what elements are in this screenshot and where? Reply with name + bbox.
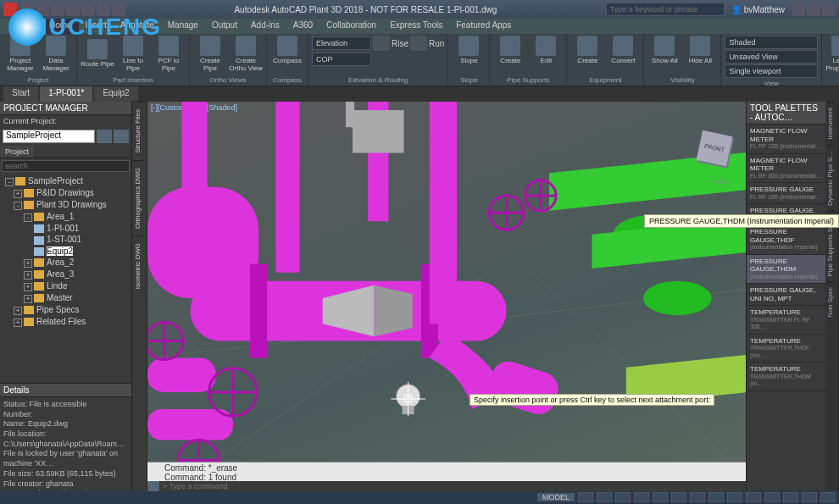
ribbon-tab-manage[interactable]: Manage [161, 19, 205, 34]
tree-related[interactable]: +Related Files [2, 316, 130, 328]
app-logo[interactable] [3, 3, 17, 16]
svg-point-5 [643, 281, 712, 315]
palette-tab-dynamic[interactable]: Dynamic Pipe S… [825, 145, 835, 211]
pcf-to-pipe-button[interactable]: PCF to Pipe [152, 36, 186, 73]
ribbon-tab-annotate[interactable]: Annotate [114, 19, 161, 34]
tree-pipespecs[interactable]: +Pipe Specs [2, 304, 130, 316]
tree-area2[interactable]: +Area_2 [2, 257, 130, 269]
create-pipe-button[interactable]: Create Pipe [193, 36, 227, 73]
tree-dwg3[interactable]: Equip2 [2, 246, 130, 257]
status-btn[interactable] [820, 492, 836, 502]
ribbon-tab-featured[interactable]: Featured Apps [449, 19, 518, 34]
status-btn[interactable] [708, 492, 724, 502]
show-all-button[interactable]: Show All [647, 36, 681, 65]
viewport: Structure Files Orthographics DWG Isomet… [132, 102, 746, 490]
status-btn[interactable] [746, 492, 761, 502]
ribbon-tab-a360[interactable]: A360 [286, 19, 319, 34]
status-btn[interactable] [615, 492, 631, 502]
palette-tab-nonspec[interactable]: Non Spec [825, 281, 835, 322]
pm-btn2[interactable] [114, 130, 129, 143]
viewport-dd[interactable]: Single viewport [725, 64, 818, 78]
viewcube[interactable]: FRONT [693, 127, 736, 169]
status-btn[interactable] [578, 492, 593, 502]
palette-item[interactable]: TEMPERATURETRANSMITTER FL RF 300… [747, 306, 825, 334]
vtab-iso[interactable]: Isometric DWG [132, 235, 143, 296]
status-btn[interactable] [634, 492, 649, 502]
status-btn[interactable] [653, 492, 668, 502]
ribbon-tab-addins[interactable]: Add-ins [244, 19, 286, 34]
tree-pid[interactable]: +P&ID Drawings [2, 187, 130, 199]
compass-button[interactable]: Compass [270, 36, 304, 65]
slope-button[interactable]: Slope [452, 36, 486, 65]
ribbon-tab-collab[interactable]: Collaboration [319, 19, 383, 34]
3d-canvas[interactable]: [-][Custom View][Shaded] [147, 102, 746, 490]
tree-linde[interactable]: +Linde [2, 280, 130, 292]
close-button[interactable] [822, 3, 836, 16]
vtab-ortho[interactable]: Orthographics DWG [132, 160, 143, 235]
palette-item[interactable]: PRESSURE GAUGE, UNI NO, MPT [747, 284, 825, 306]
project-manager-button[interactable]: Project Manager [3, 36, 37, 73]
equip-convert-button[interactable]: Convert [606, 36, 640, 65]
palette-item[interactable]: MAGNETIC FLOW METERFL RF 150 (Instrument… [747, 125, 825, 154]
status-btn[interactable] [783, 492, 798, 502]
palette-item-selected[interactable]: PRESSURE GAUGE,THDM(Instrumentation Impe… [747, 255, 825, 285]
tree-area1[interactable]: -Area_1 [2, 211, 130, 223]
tree-dwg1[interactable]: 1-PI-001 [2, 223, 130, 234]
ribbon-tab-insert[interactable]: Insert [79, 19, 114, 34]
create-ortho-button[interactable]: Create Ortho View [229, 36, 263, 73]
line-to-pipe-button[interactable]: Line to Pipe [116, 36, 150, 73]
ribbon-tab-output[interactable]: Output [205, 19, 244, 34]
ribbon: Project Manager Data Manager Project Rou… [0, 34, 839, 86]
tab-drawing1[interactable]: 1-PI-001* [40, 86, 92, 102]
palette-item[interactable]: PRESSURE GAUGE,THDF(Instrumentation Impe… [747, 225, 825, 255]
palette-tab-instrument[interactable]: Instrument [825, 102, 835, 145]
minimize-button[interactable] [792, 3, 805, 16]
piping-model [147, 102, 746, 478]
ribbon-tab-home[interactable]: Home [42, 19, 79, 34]
pm-search[interactable] [2, 160, 130, 172]
view-dd[interactable]: Unsaved View [725, 50, 818, 64]
svg-rect-10 [250, 264, 267, 358]
quick-access-toolbar[interactable] [20, 3, 125, 16]
status-btn[interactable] [671, 492, 686, 502]
run-button[interactable] [410, 36, 427, 51]
project-selector[interactable]: SampleProject [3, 130, 95, 143]
help-search[interactable] [606, 3, 725, 16]
palette-item[interactable]: TEMPERATURETRANSMITTER,THDF (Ins… [747, 335, 825, 363]
command-input[interactable] [159, 482, 746, 490]
ribbon-tab-express[interactable]: Express Tools [383, 19, 449, 34]
equip-create-button[interactable]: Create [570, 36, 604, 65]
pm-btn1[interactable] [97, 130, 112, 143]
status-model[interactable]: MODEL [537, 493, 575, 501]
tree-area3[interactable]: +Area_3 [2, 269, 130, 280]
status-btn[interactable] [802, 492, 817, 502]
tab-drawing2[interactable]: Equip2 [94, 86, 137, 102]
tab-start[interactable]: Start [3, 86, 38, 102]
status-btn[interactable] [597, 492, 612, 502]
status-btn[interactable] [764, 492, 780, 502]
layer-props-button[interactable]: Layer Properties [825, 36, 839, 73]
rise-button[interactable] [373, 36, 390, 51]
data-manager-button[interactable]: Data Manager [39, 36, 73, 73]
svg-rect-18 [353, 110, 404, 152]
status-btn[interactable] [690, 492, 705, 502]
tree-dwg2[interactable]: 1-ST-001 [2, 234, 130, 245]
support-create-button[interactable]: Create [493, 36, 527, 65]
palette-item[interactable]: MAGNETIC FLOW METERFL RF 300 (Instrument… [747, 154, 825, 184]
route-pipe-button[interactable]: Route Pipe [81, 39, 114, 69]
tree-root[interactable]: -SampleProject [2, 175, 130, 187]
user-badge[interactable]: 👤 bvMatthew [731, 5, 785, 14]
maximize-button[interactable] [807, 3, 820, 16]
hide-all-button[interactable]: Hide All [683, 36, 717, 65]
status-btn[interactable] [727, 492, 742, 502]
support-edit-button[interactable]: Edit [529, 36, 563, 65]
elevation-dd[interactable]: Elevation [312, 36, 371, 50]
pm-tab-project[interactable]: Project [0, 146, 35, 158]
palette-item[interactable]: TEMPERATURETRANSMITTER,THDM (In… [747, 363, 825, 390]
vtab-structure[interactable]: Structure Files [132, 102, 143, 160]
palette-item[interactable]: PRESSURE GAUGEFL RF 150 (Instrumentati… [747, 183, 825, 204]
cop-dd[interactable]: COP [312, 53, 371, 66]
tree-master[interactable]: +Master [2, 292, 130, 304]
tree-plant3d[interactable]: -Plant 3D Drawings [2, 199, 130, 211]
visual-style-dd[interactable]: Shaded [725, 36, 818, 49]
